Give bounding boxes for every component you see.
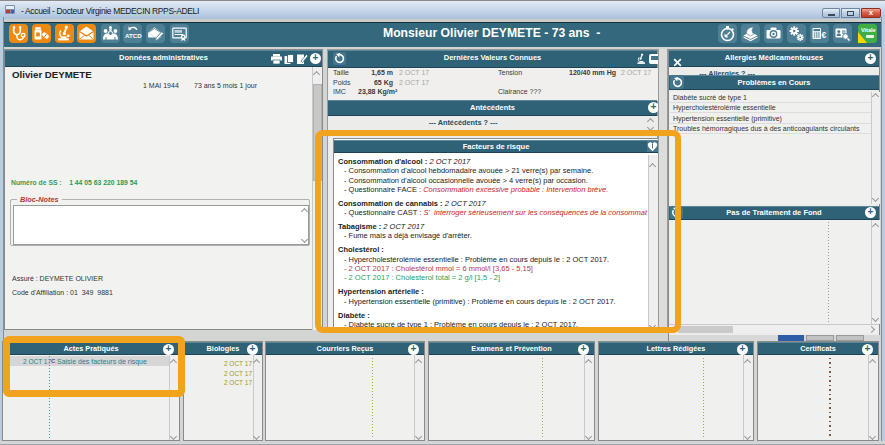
svg-text:€: € xyxy=(822,30,827,40)
svg-text:Vitale: Vitale xyxy=(861,27,876,33)
svg-text:ATCD: ATCD xyxy=(125,32,142,39)
